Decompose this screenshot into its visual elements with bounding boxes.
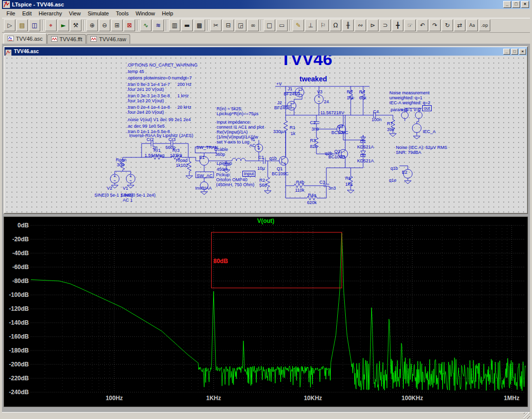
- schematic-text: R2: [259, 178, 265, 183]
- label-icon[interactable]: ⚐: [317, 19, 329, 31]
- schematic-text: 24: [324, 99, 329, 104]
- menu-file[interactable]: File: [3, 9, 19, 17]
- maximize-button[interactable]: □: [512, 1, 520, 8]
- schematic-text: KD521A: [357, 158, 374, 163]
- cascade-icon[interactable]: ▩: [194, 19, 205, 31]
- toolbar: ▷▤◫⌖►⚒⊕⊖⊞⊠∿≋▥▬▩✂⊟◲∞□▭✎⊥⚐Ω╫∾⊳⊃╋☞↶↷↻⇄Aa.op: [2, 18, 530, 33]
- schematic-text: .OPTIONS NO_CARET_WARNING: [127, 63, 198, 68]
- schematic-text: .tran 0 3e-3 1e-3 5e-8 1 kHz: [127, 93, 189, 98]
- minimize-button[interactable]: _: [503, 1, 511, 8]
- schematic-text: q1e: [389, 178, 396, 183]
- capacitor-icon[interactable]: ╫: [342, 19, 354, 31]
- control-panel-icon[interactable]: ⚒: [70, 19, 81, 31]
- ground-icon[interactable]: ⊥: [305, 19, 316, 31]
- schematic-text: Rload: [176, 158, 188, 163]
- new-schematic-icon[interactable]: ▷: [4, 19, 15, 31]
- schematic-text: .options plotwinsize=0 numdgt=7: [127, 75, 192, 80]
- waveform-icon[interactable]: ∿: [140, 19, 152, 31]
- fft-icon[interactable]: ≋: [152, 19, 164, 31]
- child-close-button[interactable]: ×: [519, 49, 526, 55]
- inductor-icon[interactable]: ∾: [355, 19, 366, 31]
- menu-window[interactable]: Window: [132, 9, 158, 17]
- print-preview-icon[interactable]: □: [264, 19, 275, 31]
- schematic-window-titlebar[interactable]: TVV46.asc _□×: [4, 47, 527, 56]
- move-icon[interactable]: ╋: [392, 19, 403, 31]
- zoom-in-icon[interactable]: ⊕: [86, 19, 98, 31]
- pencil-icon[interactable]: ✎: [293, 19, 304, 31]
- menu-view[interactable]: View: [66, 9, 84, 17]
- x-axis-tick-label: 100KHz: [401, 395, 423, 402]
- tab-tvv46-fft[interactable]: TVV46.fft: [47, 34, 86, 44]
- waveform-plot[interactable]: 0dB-20dB-40dB-60dB-80dB-100dB-120dB-140d…: [4, 217, 528, 407]
- drag-icon[interactable]: ☞: [404, 19, 416, 31]
- zoom-out-icon[interactable]: ⊖: [99, 19, 110, 31]
- component-icon[interactable]: ⊃: [380, 19, 391, 31]
- text-icon[interactable]: Aa: [466, 19, 478, 31]
- open-icon[interactable]: ▤: [16, 19, 28, 31]
- schematic-window-icon: [5, 49, 12, 55]
- resize-grip[interactable]: [524, 413, 530, 419]
- schematic-text: Ccable: [214, 147, 228, 152]
- copy-icon[interactable]: ⊟: [223, 19, 234, 31]
- menu-hierarchy[interactable]: Hierarchy: [35, 9, 66, 17]
- diode-icon[interactable]: ⊳: [367, 19, 379, 31]
- schematic-text: Inversé-RIAA by Lipshitz (JAES): [129, 133, 193, 138]
- schematic-text: 568: [259, 183, 267, 188]
- schematic-text: Ortofon OMP40: [216, 177, 247, 182]
- find-icon[interactable]: ∞: [247, 19, 259, 31]
- close-button[interactable]: ×: [521, 1, 529, 8]
- schematic-text: v=2: [414, 107, 421, 112]
- child-minimize-button[interactable]: _: [503, 49, 510, 55]
- cut-icon[interactable]: ✂: [210, 19, 222, 31]
- window-titlebar[interactable]: LTspice - TVV46.asc _□×: [2, 0, 530, 9]
- schematic-text: 3n3: [328, 186, 336, 191]
- schematic-text: 330µA: [273, 129, 286, 134]
- redo-icon[interactable]: ↷: [429, 19, 441, 31]
- undo-icon[interactable]: ↶: [417, 19, 428, 31]
- y-axis-tick-label: -20dB: [12, 236, 29, 243]
- schematic-text: InvRIAA: [195, 186, 212, 191]
- schematic-text: v=1: [401, 107, 408, 112]
- paste-icon[interactable]: ◲: [235, 19, 246, 31]
- menu-help[interactable]: Help: [158, 9, 177, 17]
- menu-simulate[interactable]: Simulate: [84, 9, 112, 17]
- y-axis-tick-label: -240dB: [9, 389, 29, 396]
- zoom-full-icon[interactable]: ⊠: [124, 19, 135, 31]
- tile-horz-icon[interactable]: ▬: [181, 19, 193, 31]
- schematic-text: D1: [360, 139, 366, 144]
- y-axis-tick-label: -140dB: [9, 319, 29, 326]
- run-icon[interactable]: ►: [58, 19, 69, 31]
- toolbar-separator: [166, 20, 167, 31]
- resistor-icon[interactable]: Ω: [330, 19, 341, 31]
- child-maximize-button[interactable]: □: [511, 49, 518, 55]
- schematic-text: R3: [310, 138, 316, 143]
- schematic-text: D2: [360, 153, 366, 158]
- save-icon[interactable]: ◫: [29, 19, 40, 31]
- probe-icon[interactable]: ⌖: [45, 19, 57, 31]
- print-icon[interactable]: ▭: [276, 19, 288, 31]
- schematic-text: R6: [345, 176, 351, 181]
- annotation-label: 80dB: [214, 258, 228, 265]
- waveform-pane: 0dB-20dB-40dB-60dB-80dB-100dB-120dB-140d…: [3, 216, 528, 407]
- tab-tvv46-asc[interactable]: TVV46.asc: [3, 33, 47, 44]
- schematic-text: Cr2: [147, 137, 154, 142]
- menu-edit[interactable]: Edit: [19, 9, 35, 17]
- mirror-icon[interactable]: ⇄: [454, 19, 465, 31]
- y-axis-tick-label: -40dB: [12, 250, 29, 257]
- tab-tvv46-raw[interactable]: TVV46.raw: [86, 34, 130, 44]
- schematic-text: Rr1: [153, 148, 161, 153]
- tile-vert-icon[interactable]: ▥: [169, 19, 180, 31]
- y-axis-tick-label: -180dB: [9, 347, 29, 354]
- toolbar-separator: [261, 20, 262, 31]
- rotate-icon[interactable]: ↻: [442, 19, 453, 31]
- schematic-text: BF245C: [284, 91, 300, 96]
- net-label: Input: [242, 171, 255, 177]
- menu-tools[interactable]: Tools: [112, 9, 132, 17]
- op-directive-icon[interactable]: .op: [479, 19, 490, 31]
- toolbar-separator: [207, 20, 208, 31]
- schematic-text: +V: [276, 81, 282, 86]
- schematic-text: connect I1 AC1 and plot: [217, 125, 264, 130]
- toolbar-separator: [83, 20, 84, 31]
- zoom-area-icon[interactable]: ⊞: [111, 19, 123, 31]
- schematic-canvas[interactable]: .OPTIONS NO_CARET_WARNING.temp 45.option…: [4, 56, 527, 213]
